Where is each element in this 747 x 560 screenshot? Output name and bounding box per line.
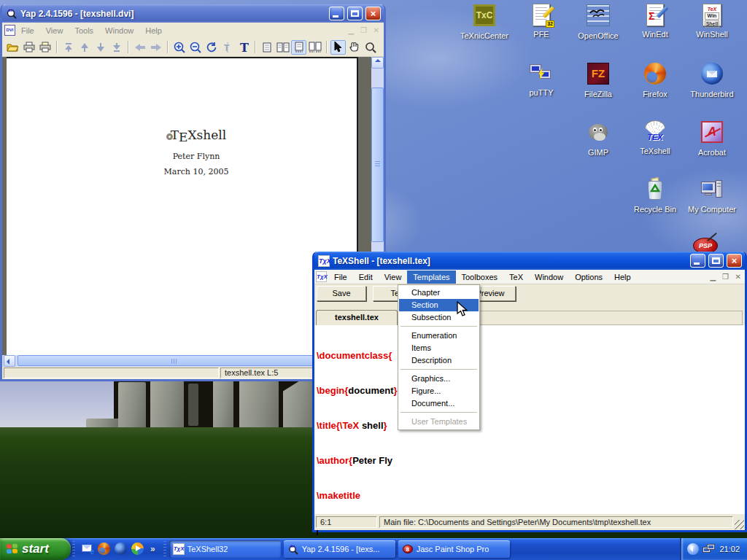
menu-item-description[interactable]: Description [399, 354, 479, 367]
desktop-icon-firefox[interactable]: Firefox [627, 61, 684, 99]
menu-item-enumeration[interactable]: Enumeration [399, 330, 479, 342]
quick-launch-overflow[interactable]: » [148, 544, 158, 554]
editor[interactable]: \documentclass{ \begin{document} \title{… [314, 325, 745, 513]
refresh-icon[interactable] [204, 40, 219, 55]
desktop-icon-filezilla[interactable]: FZ FileZilla [570, 61, 627, 99]
media-player-icon[interactable] [131, 542, 144, 556]
desktop-icon-acrobat[interactable]: A Acrobat [684, 120, 740, 158]
view-single-page-icon[interactable] [259, 40, 274, 55]
desktop-icon-texniccenter[interactable]: TxC TeXnicCenter [456, 3, 513, 41]
winshell-text-shell: Shell [705, 20, 719, 28]
yap-maximize-button[interactable] [347, 7, 363, 20]
menu-options[interactable]: Options [569, 271, 608, 284]
magnifier-tool-icon[interactable] [363, 40, 378, 55]
forward-icon[interactable] [148, 40, 163, 55]
menu-view[interactable]: View [379, 271, 408, 284]
desktop-icon-openoffice[interactable]: OpenOffice [570, 3, 627, 41]
desktop-icon-winshell[interactable]: TeX Win Shell WinShell [684, 3, 740, 39]
menu-item-chapter[interactable]: Chapter [399, 287, 479, 299]
last-page-icon[interactable] [109, 40, 124, 55]
hand-tool-icon[interactable] [347, 40, 362, 55]
winshell-icon: TeX Win Shell [700, 3, 724, 28]
prev-page-icon[interactable] [77, 40, 92, 55]
yap-menubar: DVI File View Tools Window Help ▁ ❐ ✕ [2, 23, 384, 38]
desktop-icon-gimp[interactable]: GIMP [570, 120, 627, 158]
print-icon[interactable] [21, 40, 36, 55]
open-icon[interactable] [5, 40, 20, 55]
yap-menu-window[interactable]: Window [99, 25, 139, 36]
menu-help[interactable]: Help [608, 271, 637, 284]
yap-menu-file[interactable]: File [15, 25, 40, 36]
texshell-titlebar[interactable]: TχX TeXShell - [texshell.tex] × [314, 252, 745, 270]
menu-item-figure[interactable]: Figure... [399, 385, 479, 397]
menu-item-items[interactable]: Items [399, 342, 479, 354]
save-button[interactable]: Save [317, 286, 366, 301]
menu-edit[interactable]: Edit [353, 271, 379, 284]
resize-grip[interactable] [735, 520, 744, 529]
menu-separator [400, 369, 477, 370]
view-double-continuous-icon[interactable] [307, 40, 322, 55]
desktop-icon-my-computer[interactable]: My Computer [684, 178, 740, 214]
desktop-icon-putty[interactable]: puTTY [513, 61, 570, 98]
desktop-icon-recycle-bin[interactable]: Recycle Bin [627, 178, 684, 214]
desktop-icon-winedt[interactable]: Σ WinEdt [627, 3, 684, 39]
texshell-task-icon: TχX [173, 543, 185, 555]
texshell-window-title: TeXShell - [texshell.tex] [333, 256, 687, 266]
first-page-icon[interactable] [61, 40, 76, 55]
zoom-out-icon[interactable] [187, 40, 203, 55]
texshell-close-button[interactable]: × [727, 254, 742, 268]
hscroll-thumb[interactable] [18, 355, 355, 366]
desktop-icon-pfe[interactable]: 32 PFE [513, 3, 570, 39]
yap-menu-tools[interactable]: Tools [69, 25, 99, 36]
print-range-icon[interactable] [37, 40, 53, 55]
tab-texshell-tex[interactable]: texshell.tex [316, 310, 398, 325]
back-icon[interactable] [132, 40, 147, 55]
yap-menu-view[interactable]: View [40, 25, 69, 36]
desktop-icon-texshell[interactable]: TEX TeXshell [627, 120, 684, 156]
taskbar-button-paint-shop-pro[interactable]: 8 Jasc Paint Shop Pro [398, 540, 510, 558]
yap-titlebar[interactable]: dvi Yap 2.4.1596 - [texshell.dvi] × [2, 4, 384, 23]
texshell-minimize-button[interactable] [690, 254, 705, 268]
yap-task-icon: dvi [287, 543, 299, 555]
icon-label: Acrobat [684, 148, 740, 158]
texshell-child-icon[interactable]: TχX [316, 271, 327, 282]
menu-tex[interactable]: TeX [503, 271, 529, 284]
icon-label: Firefox [627, 90, 684, 99]
taskbar-button-yap[interactable]: dvi Yap 2.4.1596 - [texs... [284, 540, 395, 558]
outlook-express-icon[interactable]: e [81, 542, 94, 556]
view-double-page-icon[interactable] [275, 40, 290, 55]
windows-flag-icon [7, 543, 18, 555]
yap-document-icon[interactable]: DVI [4, 25, 15, 36]
yap-menu-help[interactable]: Help [139, 25, 168, 36]
view-continuous-icon[interactable] [291, 40, 306, 55]
taskbar-button-texshell32[interactable]: TχX TeXShell32 [169, 540, 281, 558]
scroll-left-button[interactable] [4, 355, 15, 367]
menu-item-graphics[interactable]: Graphics... [399, 373, 479, 385]
pointer-tool-icon[interactable] [330, 40, 346, 55]
scroll-up-button[interactable] [371, 57, 384, 69]
firefox-quicklaunch-icon[interactable] [98, 542, 111, 556]
tray-collapse-icon[interactable] [687, 543, 699, 555]
yap-close-button[interactable]: × [365, 7, 381, 20]
start-button[interactable]: start [0, 538, 71, 560]
network-status-icon[interactable] [703, 543, 716, 555]
text-mode-icon[interactable]: T [236, 40, 251, 55]
menu-templates[interactable]: Templates [407, 271, 455, 284]
menu-file[interactable]: File [328, 271, 353, 284]
texshell-mdi-buttons[interactable]: ▁ ❐ ✕ [710, 273, 743, 281]
next-page-icon[interactable] [93, 40, 108, 55]
dvi-date: March 10, 2005 [109, 167, 284, 176]
menu-window[interactable]: Window [529, 271, 569, 284]
menu-toolboxes[interactable]: Toolboxes [456, 271, 504, 284]
yap-minimize-button[interactable] [329, 7, 344, 20]
my-computer-icon [700, 178, 724, 203]
text-ruler-icon[interactable]: T [220, 40, 235, 55]
thunderbird-quicklaunch-icon[interactable] [115, 542, 128, 556]
texshell-maximize-button[interactable] [708, 254, 724, 268]
texshell-icon-text: TEX [643, 133, 667, 141]
desktop-icon-thunderbird[interactable]: Thunderbird [684, 61, 740, 99]
vscroll-thumb[interactable] [371, 88, 384, 242]
zoom-in-icon[interactable] [171, 40, 187, 55]
taskbar-clock[interactable]: 21:02 [719, 545, 740, 553]
menu-item-document[interactable]: Document... [399, 397, 479, 410]
